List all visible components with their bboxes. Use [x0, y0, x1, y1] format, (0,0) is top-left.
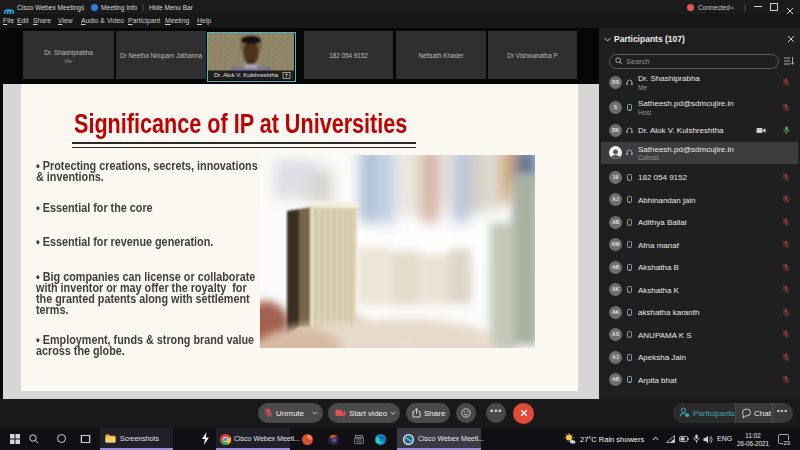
svg-text:23: 23 — [784, 440, 791, 446]
svg-text:Dr. Alok V. Kulshreshtha: Dr. Alok V. Kulshreshtha — [214, 72, 279, 78]
